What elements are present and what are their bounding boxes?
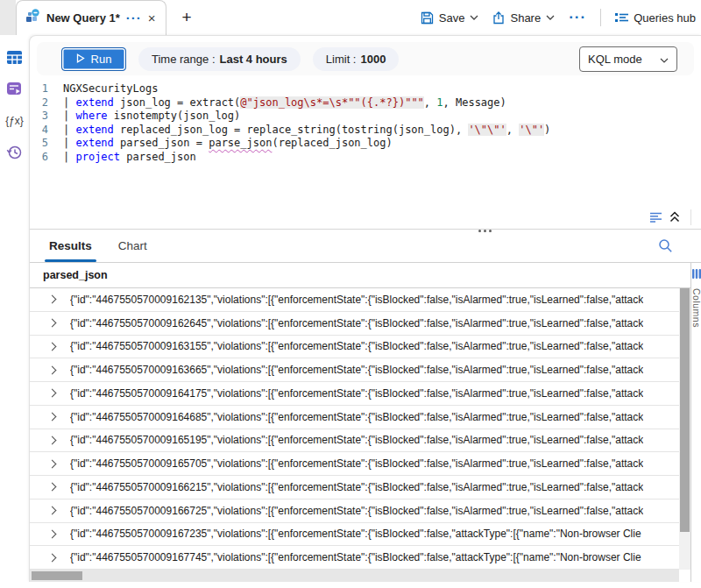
saved-queries-icon[interactable]	[6, 81, 23, 97]
row-json-text: {"id":"4467550570009167235","violations"…	[70, 528, 641, 540]
code-line[interactable]: 4| extend replaced_json_log = replace_st…	[30, 124, 701, 138]
line-number: 4	[30, 124, 63, 138]
line-number: 6	[30, 151, 63, 165]
share-chevron-down-icon	[546, 15, 555, 20]
row-expand-chevron-icon[interactable]	[48, 553, 57, 562]
run-play-icon	[76, 53, 85, 66]
code-line[interactable]: 1NGXSecurityLogs	[30, 82, 701, 96]
table-row[interactable]: {"id":"4467550570009167235","violations"…	[30, 523, 701, 547]
row-expand-chevron-icon[interactable]	[48, 529, 57, 538]
row-expand-chevron-icon[interactable]	[48, 389, 57, 398]
column-header-row[interactable]: parsed_json	[30, 263, 701, 288]
table-row[interactable]: {"id":"4467550570009165705","violations"…	[30, 452, 701, 476]
splitter-handle[interactable]	[478, 230, 492, 232]
table-row[interactable]: {"id":"4467550570009163155","violations"…	[30, 336, 701, 359]
code-line[interactable]: 5| extend parsed_json = parse_json(repla…	[30, 137, 701, 151]
results-tabbar: Results Chart	[30, 230, 701, 263]
table-row[interactable]: {"id":"4467550570009167745","violations"…	[30, 546, 701, 570]
tab-more-menu[interactable]: ···	[126, 14, 142, 23]
code-text: NGXSecurityLogs	[63, 82, 158, 96]
table-row[interactable]: {"id":"4467550570009166215","violations"…	[30, 476, 701, 499]
mode-chevron-down-icon	[660, 53, 669, 66]
more-actions-button[interactable]: ···	[569, 9, 586, 26]
left-edge-strip	[0, 0, 16, 35]
code-text: | extend replaced_json_log = replace_str…	[63, 124, 550, 138]
share-button[interactable]: Share	[492, 11, 555, 25]
code-line[interactable]: 3| where isnotempty(json_log)	[30, 110, 701, 124]
adx-app-icon	[25, 9, 40, 27]
tab-results[interactable]: Results	[49, 230, 92, 262]
editor-footer	[30, 209, 701, 230]
search-icon[interactable]	[658, 238, 673, 257]
row-json-text: {"id":"4467550570009162645","violations"…	[70, 317, 643, 329]
table-row[interactable]: {"id":"4467550570009164175","violations"…	[30, 382, 701, 406]
function-icon[interactable]: {ƒx}	[6, 112, 23, 129]
row-json-text: {"id":"4467550570009167745","violations"…	[70, 551, 641, 563]
code-text: | extend json_log = extract(@"json_log\s…	[63, 96, 506, 110]
time-range-picker[interactable]: Time range : Last 4 hours	[138, 47, 301, 71]
history-icon[interactable]	[6, 144, 23, 160]
row-expand-chevron-icon[interactable]	[48, 436, 57, 444]
line-number: 3	[30, 110, 63, 124]
row-expand-chevron-icon[interactable]	[48, 295, 57, 304]
tab-close-icon[interactable]: ×	[148, 12, 156, 25]
row-expand-chevron-icon[interactable]	[48, 342, 57, 351]
line-number: 2	[30, 96, 63, 110]
query-tab[interactable]: New Query 1* ··· ×	[16, 0, 166, 35]
actions-divider	[600, 9, 601, 26]
row-json-text: {"id":"4467550570009165195","violations"…	[70, 434, 643, 446]
line-number: 5	[30, 137, 63, 151]
save-icon	[421, 11, 434, 25]
limit-picker[interactable]: Limit : 1000	[313, 47, 400, 71]
row-json-text: {"id":"4467550570009163665","violations"…	[70, 364, 643, 376]
table-row[interactable]: {"id":"4467550570009164685","violations"…	[30, 406, 701, 429]
columns-panel-label: Columns	[691, 288, 701, 328]
code-text: | where isnotempty(json_log)	[63, 110, 240, 124]
row-expand-chevron-icon[interactable]	[48, 483, 57, 492]
row-expand-chevron-icon[interactable]	[48, 507, 57, 515]
columns-side-panel[interactable]: Columns	[690, 263, 701, 582]
column-header-parsed-json[interactable]: parsed_json	[43, 269, 108, 281]
tab-bar: New Query 1* ··· × + Save	[0, 0, 701, 35]
row-json-text: {"id":"4467550570009166725","violations"…	[70, 505, 643, 517]
code-text: | extend parsed_json = parse_json(replac…	[63, 137, 393, 151]
table-row[interactable]: {"id":"4467550570009166725","violations"…	[30, 499, 701, 523]
queries-hub-button[interactable]: Queries hub	[615, 11, 696, 25]
footer-divider	[690, 209, 691, 225]
table-row[interactable]: {"id":"4467550570009162135","violations"…	[30, 288, 701, 312]
run-button[interactable]: Run	[61, 47, 126, 71]
row-expand-chevron-icon[interactable]	[48, 319, 57, 328]
tab-chart[interactable]: Chart	[118, 230, 147, 262]
code-line[interactable]: 2| extend json_log = extract(@"json_log\…	[30, 96, 701, 110]
vertical-scrollbar-thumb[interactable]	[680, 288, 690, 532]
row-json-text: {"id":"4467550570009164175","violations"…	[70, 387, 643, 400]
query-editor[interactable]: 1NGXSecurityLogs2| extend json_log = ext…	[30, 82, 701, 209]
horizontal-scrollbar-thumb[interactable]	[32, 571, 82, 580]
row-expand-chevron-icon[interactable]	[48, 365, 57, 374]
save-button[interactable]: Save	[421, 11, 479, 25]
format-lines-icon[interactable]	[648, 210, 663, 226]
share-icon	[492, 11, 505, 25]
code-line[interactable]: 6| project parsed_json	[30, 151, 701, 165]
results-rows: {"id":"4467550570009162135","violations"…	[30, 288, 701, 570]
query-mode-dropdown[interactable]: KQL mode	[579, 46, 677, 72]
collapse-editor-icon[interactable]	[669, 210, 680, 226]
save-chevron-down-icon	[470, 15, 478, 20]
table-row[interactable]: {"id":"4467550570009163665","violations"…	[30, 358, 701, 382]
vertical-scrollbar[interactable]	[679, 288, 690, 570]
table-icon[interactable]	[6, 49, 23, 66]
row-expand-chevron-icon[interactable]	[48, 459, 57, 468]
header-actions: Save Share ···	[421, 0, 696, 35]
row-expand-chevron-icon[interactable]	[48, 413, 57, 422]
query-panel: Run Time range : Last 4 hours Limit : 10…	[29, 35, 701, 582]
row-json-text: {"id":"4467550570009166215","violations"…	[70, 481, 643, 493]
query-toolbar: Run Time range : Last 4 hours Limit : 10…	[37, 42, 694, 75]
table-row[interactable]: {"id":"4467550570009162645","violations"…	[30, 312, 701, 336]
queries-hub-icon	[615, 12, 628, 24]
table-row[interactable]: {"id":"4467550570009165195","violations"…	[30, 429, 701, 453]
row-json-text: {"id":"4467550570009162135","violations"…	[70, 294, 643, 306]
tab-title: New Query 1*	[46, 11, 120, 25]
code-lines: 1NGXSecurityLogs2| extend json_log = ext…	[30, 82, 701, 164]
horizontal-scrollbar[interactable]	[30, 570, 679, 582]
new-tab-button[interactable]: +	[175, 0, 198, 35]
